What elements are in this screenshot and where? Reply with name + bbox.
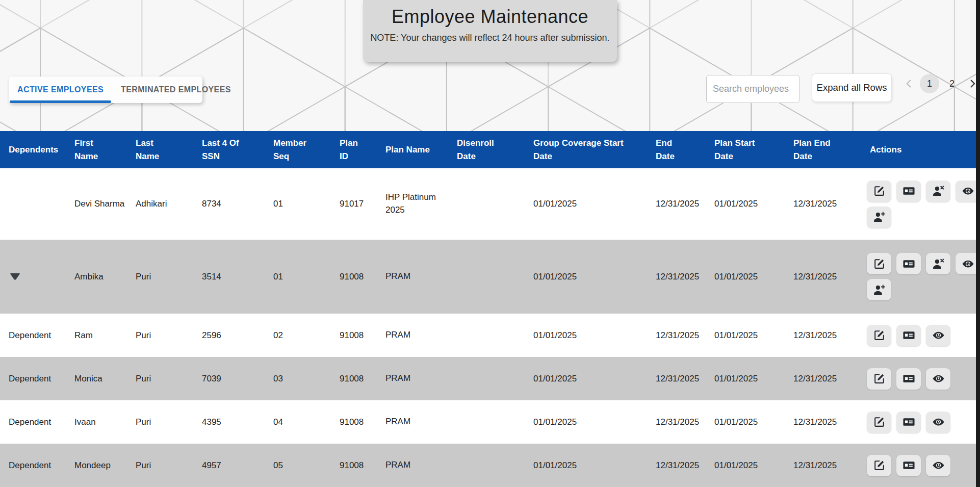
chevron-left-icon — [904, 78, 915, 89]
group-coverage-start-date-cell: 01/01/2025 — [525, 374, 648, 384]
group-coverage-start-date-cell: 01/01/2025 — [525, 272, 648, 282]
scrollbar[interactable] — [976, 0, 980, 487]
id-card-icon — [902, 329, 915, 342]
edit-button[interactable] — [867, 181, 891, 202]
edit-button[interactable] — [867, 325, 891, 346]
member-card-button[interactable] — [896, 412, 921, 433]
last-name-cell: Puri — [127, 272, 194, 282]
view-button[interactable] — [926, 368, 950, 390]
member-card-button[interactable] — [896, 325, 921, 346]
col-header-plan-name: Plan Name — [377, 143, 449, 157]
group-coverage-start-date-cell: 01/01/2025 — [525, 330, 648, 341]
page-title: Employee Maintenance — [363, 6, 617, 28]
person-remove-icon — [932, 258, 945, 270]
dependents-cell — [0, 271, 66, 283]
table-row-dependent-monica: Dependent Monica Puri 7039 03 91008 PRAM… — [0, 357, 976, 400]
person-add-icon — [873, 284, 886, 296]
member-card-button[interactable] — [896, 253, 921, 274]
plan-name-cell: PRAM — [377, 416, 449, 428]
plan-name-cell: PRAM — [377, 459, 449, 472]
plan-id-cell: 91008 — [331, 272, 377, 282]
remove-dependent-button[interactable] — [926, 253, 950, 274]
last4-ssn-cell: 7039 — [194, 374, 265, 384]
tab-active-employees[interactable]: ACTIVE EMPLOYEES — [9, 76, 112, 103]
pagination-page-2[interactable]: 2 — [942, 74, 962, 93]
edit-button[interactable] — [867, 412, 891, 433]
pagination-page-1[interactable]: 1 — [920, 74, 939, 93]
col-header-plan-id: Plan ID — [331, 137, 377, 163]
plan-start-date-cell: 01/01/2025 — [706, 330, 785, 341]
edit-button[interactable] — [867, 253, 891, 274]
edit-icon — [873, 185, 886, 197]
edit-icon — [873, 329, 886, 342]
table-row-employee-ambika-puri: Ambika Puri 3514 01 91008 PRAM 01/01/202… — [0, 240, 976, 314]
member-card-button[interactable] — [896, 368, 921, 390]
id-card-icon — [902, 258, 915, 270]
collapse-dependents-button[interactable] — [9, 271, 21, 283]
search-box — [706, 75, 800, 103]
plan-start-date-cell: 01/01/2025 — [706, 460, 785, 471]
last-name-cell: Puri — [127, 460, 194, 471]
member-card-button[interactable] — [896, 181, 921, 202]
tab-terminated-employees[interactable]: TERMINATED EMPLOYEES — [112, 76, 240, 103]
edit-icon — [873, 372, 886, 385]
page-note: NOTE: Your changes will reflect 24 hours… — [363, 33, 617, 43]
first-name-cell: Ram — [66, 330, 127, 341]
plan-end-date-cell: 12/31/2025 — [785, 330, 862, 341]
add-dependent-button[interactable] — [867, 207, 891, 228]
member-seq-cell: 04 — [265, 417, 331, 427]
plan-end-date-cell: 12/31/2025 — [785, 374, 862, 384]
pagination-prev-button[interactable] — [901, 76, 917, 91]
plan-name-cell: IHP Platinum 2025 — [377, 191, 449, 216]
col-header-last4-ssn: Last 4 Of SSN — [194, 137, 265, 163]
col-header-member-seq: Member Seq — [265, 137, 331, 163]
plan-end-date-cell: 12/31/2025 — [785, 272, 862, 282]
plan-id-cell: 91008 — [331, 374, 377, 384]
end-date-cell: 12/31/2025 — [648, 330, 706, 341]
plan-id-cell: 91008 — [331, 417, 377, 427]
id-card-icon — [902, 416, 915, 428]
plan-id-cell: 91017 — [331, 199, 377, 209]
last4-ssn-cell: 4395 — [194, 417, 265, 427]
tab-active-employees-label: ACTIVE EMPLOYEES — [17, 85, 104, 94]
person-remove-icon — [932, 185, 945, 197]
edit-icon — [873, 459, 886, 472]
plan-name-cell: PRAM — [377, 372, 449, 385]
dependents-cell: Dependent — [0, 330, 66, 341]
table-header-row: Dependents First Name Last Name Last 4 O… — [0, 131, 976, 168]
dependents-cell: Dependent — [0, 374, 66, 384]
end-date-cell: 12/31/2025 — [648, 199, 706, 209]
search-input[interactable] — [706, 75, 800, 103]
edit-button[interactable] — [867, 455, 891, 476]
edit-button[interactable] — [867, 368, 891, 390]
group-coverage-start-date-cell: 01/01/2025 — [525, 417, 648, 427]
actions-cell — [862, 368, 976, 390]
view-button[interactable] — [926, 412, 950, 433]
remove-dependent-button[interactable] — [926, 181, 950, 202]
page-header-card: Employee Maintenance NOTE: Your changes … — [363, 0, 617, 62]
actions-cell — [862, 455, 976, 476]
expand-all-rows-button[interactable]: Expand all Rows — [812, 73, 892, 102]
last4-ssn-cell: 2596 — [194, 330, 265, 341]
first-name-cell: Ambika — [66, 272, 127, 282]
first-name-cell: Devi Sharma — [66, 199, 127, 209]
col-header-group-coverage-start-date: Group Coverage Start Date — [525, 137, 648, 163]
employees-table: Dependents First Name Last Name Last 4 O… — [0, 131, 976, 487]
member-card-button[interactable] — [896, 455, 921, 476]
add-dependent-button[interactable] — [867, 279, 891, 300]
plan-id-cell: 91008 — [331, 460, 377, 471]
table-row-dependent-mondeep: Dependent Mondeep Puri 4957 05 91008 PRA… — [0, 444, 976, 487]
table-row-dependent-ivaan: Dependent Ivaan Puri 4395 04 91008 PRAM … — [0, 400, 976, 444]
col-header-plan-start-date: Plan Start Date — [706, 137, 785, 163]
col-header-dependents: Dependents — [0, 143, 66, 157]
first-name-cell: Ivaan — [66, 417, 127, 427]
id-card-icon — [902, 185, 915, 197]
member-seq-cell: 01 — [265, 199, 331, 209]
view-button[interactable] — [926, 455, 950, 476]
col-header-disenroll-date: Disenroll Date — [449, 137, 525, 163]
view-button[interactable] — [926, 325, 950, 346]
plan-end-date-cell: 12/31/2025 — [785, 417, 862, 427]
eye-icon — [932, 416, 945, 428]
last-name-cell: Puri — [127, 374, 194, 384]
first-name-cell: Monica — [66, 374, 127, 384]
